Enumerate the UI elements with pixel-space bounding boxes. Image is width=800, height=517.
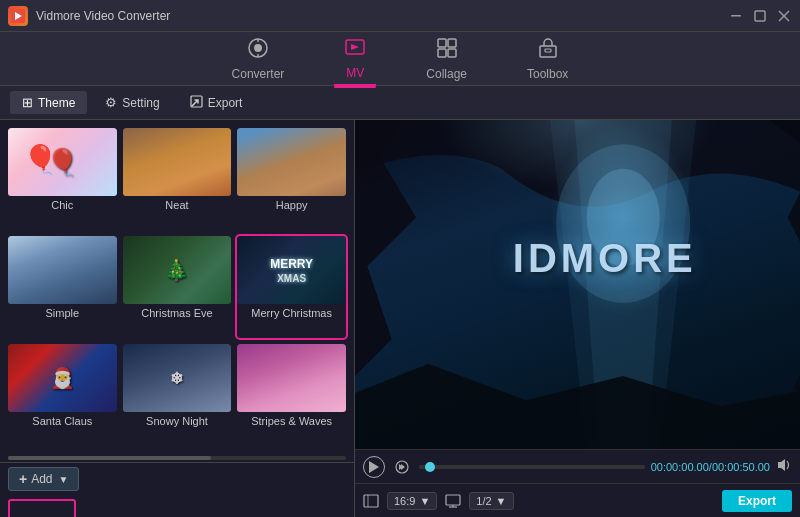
main-content: 🎈 Chic Neat Happy	[0, 120, 800, 517]
svg-rect-13	[438, 49, 446, 57]
ratio-value: 16:9	[394, 495, 415, 507]
svg-rect-12	[448, 39, 456, 47]
export-arrow-icon	[190, 95, 203, 111]
theme-card-merry-christmas[interactable]: MERRY XMAS Merry Christmas	[237, 236, 346, 338]
right-panel: IDMORE 00:00:00.00/00:00:50.00	[355, 120, 800, 517]
media-slot-1[interactable]: + ←	[8, 499, 76, 517]
slot-plus-icon: +	[34, 509, 50, 517]
theme-card-neat[interactable]: Neat	[123, 128, 232, 230]
ratio-chevron-icon: ▼	[419, 495, 430, 507]
video-preview: IDMORE	[355, 120, 800, 449]
maximize-button[interactable]	[752, 8, 768, 24]
svg-point-7	[254, 44, 262, 52]
tab-toolbox-label: Toolbox	[527, 67, 568, 81]
svg-rect-11	[438, 39, 446, 47]
themes-grid: 🎈 Chic Neat Happy	[0, 120, 354, 454]
screen-icon	[445, 494, 461, 508]
tab-mv-label: MV	[346, 66, 364, 80]
subnav-setting-label: Setting	[122, 96, 159, 110]
preview-vid-prefix: IDMORE	[513, 236, 697, 280]
tab-toolbox[interactable]: Toolbox	[517, 33, 578, 85]
ratio-icon-wrap	[363, 494, 379, 508]
play-button[interactable]	[363, 456, 385, 478]
volume-button[interactable]	[776, 457, 792, 476]
add-label: Add	[31, 472, 52, 486]
close-button[interactable]	[776, 8, 792, 24]
theme-card-christmas-eve[interactable]: 🎄 Christmas Eve	[123, 236, 232, 338]
screen-value: 1/2	[476, 495, 491, 507]
preview-title-text: IDMORE	[513, 236, 697, 281]
progress-bar[interactable]	[419, 465, 645, 469]
themes-scrollbar-thumb	[8, 456, 211, 460]
theme-label-santa-claus: Santa Claus	[8, 412, 117, 430]
svg-rect-3	[755, 11, 765, 21]
theme-grid-icon: ⊞	[22, 95, 33, 110]
subnav-theme[interactable]: ⊞ Theme	[10, 91, 87, 114]
tab-mv[interactable]: MV	[334, 32, 376, 86]
theme-label-neat: Neat	[123, 196, 232, 214]
nav-tabs: Converter MV Collage	[0, 32, 800, 86]
sub-nav: ⊞ Theme ⚙ Setting Export	[0, 86, 800, 120]
mv-icon	[344, 36, 366, 63]
rewind-button[interactable]	[391, 456, 413, 478]
theme-card-chic[interactable]: 🎈 Chic	[8, 128, 117, 230]
svg-rect-24	[446, 495, 460, 505]
progress-indicator	[425, 462, 435, 472]
theme-card-santa-claus[interactable]: 🎅 Santa Claus	[8, 344, 117, 446]
svg-rect-2	[731, 15, 741, 17]
svg-rect-22	[364, 495, 378, 507]
plus-icon: +	[19, 471, 27, 487]
subnav-setting[interactable]: ⚙ Setting	[93, 91, 171, 114]
svg-marker-20	[369, 461, 379, 473]
time-display: 00:00:00.00/00:00:50.00	[651, 461, 770, 473]
aspect-ratio-select[interactable]: 16:9 ▼	[387, 492, 437, 510]
minimize-button[interactable]	[728, 8, 744, 24]
window-controls[interactable]	[728, 8, 792, 24]
toolbox-icon	[537, 37, 559, 64]
collage-icon	[436, 37, 458, 64]
subnav-export[interactable]: Export	[178, 91, 255, 115]
svg-rect-16	[545, 49, 551, 52]
theme-card-stripes-waves[interactable]: Stripes & Waves	[237, 344, 346, 446]
svg-rect-14	[448, 49, 456, 57]
tab-converter[interactable]: Converter	[222, 33, 295, 85]
screen-chevron-icon: ▼	[496, 495, 507, 507]
time-current: 00:00:00.00	[651, 461, 709, 473]
theme-label-simple: Simple	[8, 304, 117, 322]
ratio-icon	[363, 494, 379, 508]
time-total: 00:00:50.00	[712, 461, 770, 473]
screen-icon-wrap	[445, 494, 461, 508]
title-bar: Vidmore Video Converter	[0, 0, 800, 32]
tab-collage[interactable]: Collage	[416, 33, 477, 85]
theme-label-happy: Happy	[237, 196, 346, 214]
subnav-theme-label: Theme	[38, 96, 75, 110]
cave-overlay	[355, 120, 800, 449]
theme-label-christmas-eve: Christmas Eve	[123, 304, 232, 322]
theme-card-simple[interactable]: Simple	[8, 236, 117, 338]
subnav-export-label: Export	[208, 96, 243, 110]
theme-label-merry-christmas: Merry Christmas	[237, 304, 346, 322]
themes-scrollbar[interactable]	[8, 456, 346, 460]
tab-converter-label: Converter	[232, 67, 285, 81]
add-media-button[interactable]: + Add ▼	[8, 467, 79, 491]
app-title: Vidmore Video Converter	[36, 9, 728, 23]
media-slot-row: + ←	[8, 499, 346, 517]
export-button[interactable]: Export	[722, 490, 792, 512]
theme-card-happy[interactable]: Happy	[237, 128, 346, 230]
media-area: + Add ▼ + ←	[0, 462, 354, 517]
player-controls: 00:00:00.00/00:00:50.00	[355, 449, 800, 483]
bottom-controls: 16:9 ▼ 1/2 ▼ Export	[355, 483, 800, 517]
screen-size-select[interactable]: 1/2 ▼	[469, 492, 513, 510]
converter-icon	[247, 37, 269, 64]
theme-label-chic: Chic	[8, 196, 117, 214]
theme-card-snowy-night[interactable]: ❄ Snowy Night	[123, 344, 232, 446]
setting-gear-icon: ⚙	[105, 95, 117, 110]
theme-label-snowy-night: Snowy Night	[123, 412, 232, 430]
app-logo	[8, 6, 28, 26]
tab-collage-label: Collage	[426, 67, 467, 81]
arrow-right-icon: ←	[82, 514, 102, 518]
chevron-down-icon: ▼	[59, 474, 69, 485]
left-panel: 🎈 Chic Neat Happy	[0, 120, 355, 517]
theme-label-stripes-waves: Stripes & Waves	[237, 412, 346, 430]
